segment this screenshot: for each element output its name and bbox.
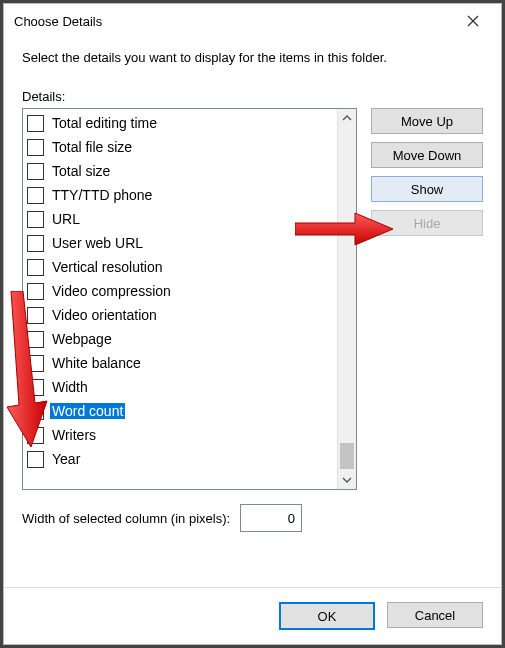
close-button[interactable]: [451, 7, 495, 35]
list-item[interactable]: User web URL: [23, 231, 337, 255]
checkbox[interactable]: [27, 451, 44, 468]
side-buttons: Move Up Move Down Show Hide: [371, 108, 483, 236]
list-item-label: Webpage: [50, 331, 114, 347]
list-item[interactable]: White balance: [23, 351, 337, 375]
chevron-up-icon: [342, 113, 352, 123]
list-item[interactable]: Word count: [23, 399, 337, 423]
window-title: Choose Details: [14, 14, 451, 29]
hide-button: Hide: [371, 210, 483, 236]
list-item[interactable]: Video compression: [23, 279, 337, 303]
cancel-button[interactable]: Cancel: [387, 602, 483, 628]
list-item-label: Vertical resolution: [50, 259, 165, 275]
scroll-up-button[interactable]: [338, 109, 356, 127]
checkbox[interactable]: [27, 187, 44, 204]
details-listbox-wrap: Total editing timeTotal file sizeTotal s…: [22, 108, 357, 490]
list-item[interactable]: Width: [23, 375, 337, 399]
checkbox[interactable]: [27, 403, 44, 420]
list-item-label: Total editing time: [50, 115, 159, 131]
details-row: Total editing timeTotal file sizeTotal s…: [22, 108, 483, 490]
move-up-button[interactable]: Move Up: [371, 108, 483, 134]
checkbox[interactable]: [27, 115, 44, 132]
list-item-label: Total file size: [50, 139, 134, 155]
list-item-label: Year: [50, 451, 82, 467]
details-listbox[interactable]: Total editing timeTotal file sizeTotal s…: [22, 108, 357, 490]
list-item-label: Total size: [50, 163, 112, 179]
width-label: Width of selected column (in pixels):: [22, 511, 230, 526]
list-item[interactable]: URL: [23, 207, 337, 231]
move-down-button[interactable]: Move Down: [371, 142, 483, 168]
dialog-footer: OK Cancel: [4, 587, 501, 644]
checkbox[interactable]: [27, 139, 44, 156]
checkbox[interactable]: [27, 355, 44, 372]
list-item[interactable]: Writers: [23, 423, 337, 447]
scroll-track[interactable]: [338, 127, 356, 471]
list-item[interactable]: Year: [23, 447, 337, 471]
checkbox[interactable]: [27, 235, 44, 252]
checkbox[interactable]: [27, 283, 44, 300]
list-item-label: White balance: [50, 355, 143, 371]
list-item-label: Word count: [50, 403, 125, 419]
list-item[interactable]: Total file size: [23, 135, 337, 159]
list-item-label: Video orientation: [50, 307, 159, 323]
list-item[interactable]: Total editing time: [23, 111, 337, 135]
checkbox[interactable]: [27, 427, 44, 444]
checkbox[interactable]: [27, 379, 44, 396]
instruction-text: Select the details you want to display f…: [22, 50, 483, 65]
scroll-down-button[interactable]: [338, 471, 356, 489]
screenshot-frame: Choose Details Select the details you wa…: [0, 0, 505, 648]
list-item-label: User web URL: [50, 235, 145, 251]
dialog-body: Select the details you want to display f…: [4, 38, 501, 587]
checkbox[interactable]: [27, 331, 44, 348]
chevron-down-icon: [342, 475, 352, 485]
checkbox[interactable]: [27, 163, 44, 180]
list-item[interactable]: Webpage: [23, 327, 337, 351]
scroll-thumb[interactable]: [340, 443, 354, 469]
close-icon: [467, 15, 479, 27]
show-button[interactable]: Show: [371, 176, 483, 202]
checkbox[interactable]: [27, 259, 44, 276]
list-item-label: Writers: [50, 427, 98, 443]
list-item-label: Video compression: [50, 283, 173, 299]
list-item-label: TTY/TTD phone: [50, 187, 154, 203]
width-input[interactable]: [240, 504, 302, 532]
width-row: Width of selected column (in pixels):: [22, 504, 483, 532]
checkbox[interactable]: [27, 211, 44, 228]
scrollbar[interactable]: [337, 109, 356, 489]
list-item[interactable]: Video orientation: [23, 303, 337, 327]
details-label: Details:: [22, 89, 483, 104]
list-item[interactable]: Total size: [23, 159, 337, 183]
title-bar: Choose Details: [4, 4, 501, 38]
list-item-label: Width: [50, 379, 90, 395]
list-item[interactable]: TTY/TTD phone: [23, 183, 337, 207]
list-item-label: URL: [50, 211, 82, 227]
checkbox[interactable]: [27, 307, 44, 324]
ok-button[interactable]: OK: [279, 602, 375, 630]
dialog-window: Choose Details Select the details you wa…: [3, 3, 502, 645]
list-item[interactable]: Vertical resolution: [23, 255, 337, 279]
